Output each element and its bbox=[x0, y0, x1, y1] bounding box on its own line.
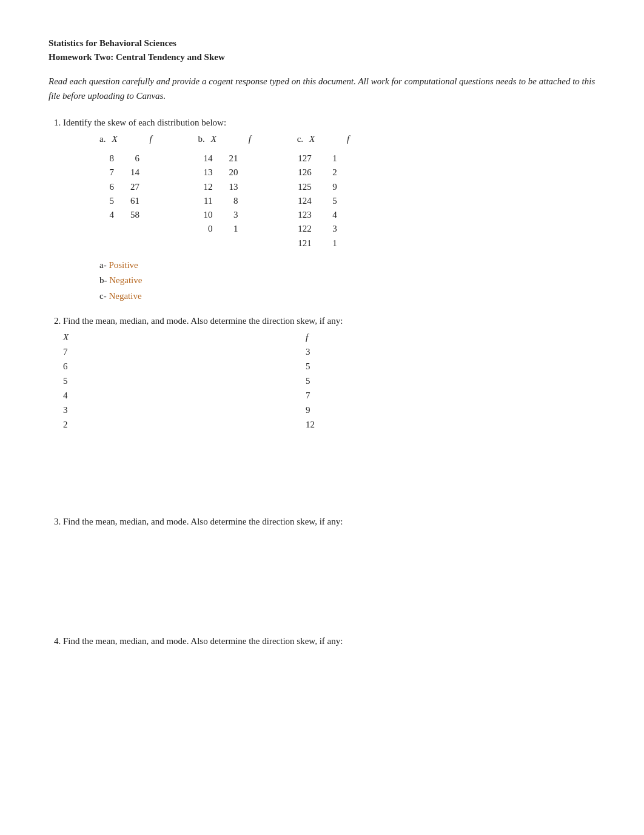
table-b-data: 1421 1320 1213 118 103 01 bbox=[198, 152, 260, 236]
q2-label: Find the mean, median, and mode. Also de… bbox=[63, 316, 595, 326]
q2-f2: 5 bbox=[306, 359, 310, 374]
cell: 7 bbox=[99, 166, 114, 179]
question-3: Find the mean, median, and mode. Also de… bbox=[63, 517, 595, 624]
cell: 122 bbox=[297, 222, 312, 236]
cell: 8 bbox=[223, 194, 238, 208]
table-a-col-x: X bbox=[112, 134, 124, 144]
q2-x3: 5 bbox=[63, 374, 99, 388]
cell: 4 bbox=[323, 208, 337, 222]
q3-label: Find the mean, median, and mode. Also de… bbox=[63, 517, 595, 527]
answer-c: c- Negative bbox=[99, 289, 595, 304]
q2-x6: 2 bbox=[63, 417, 99, 432]
table-c-header: X f bbox=[309, 134, 359, 144]
table-b-col-x: X bbox=[211, 134, 223, 144]
cell: 4 bbox=[99, 208, 114, 222]
q2-header-x: X bbox=[63, 330, 99, 344]
instructions-text: Read each question carefully and provide… bbox=[49, 74, 595, 103]
sub-c-label: c. bbox=[297, 134, 303, 144]
cell: 0 bbox=[198, 222, 212, 236]
cell: 6 bbox=[125, 152, 139, 166]
cell: 20 bbox=[223, 166, 238, 179]
table-b-header: X f bbox=[211, 134, 261, 144]
q2-f6: 12 bbox=[306, 417, 315, 432]
q1-label: Identify the skew of each distribution b… bbox=[63, 118, 595, 128]
table-c-col-x: X bbox=[309, 134, 321, 144]
question-1: Identify the skew of each distribution b… bbox=[63, 118, 595, 304]
cell: 58 bbox=[125, 208, 139, 222]
cell: 123 bbox=[297, 208, 312, 222]
cell: 13 bbox=[223, 180, 238, 194]
cell: 13 bbox=[198, 166, 212, 179]
answer-a-value: Positive bbox=[109, 260, 138, 270]
cell: 6 bbox=[99, 180, 114, 194]
answer-a: a- Positive bbox=[99, 258, 595, 273]
cell: 14 bbox=[198, 152, 212, 166]
q2-data-row-3: 5 5 bbox=[63, 374, 595, 388]
cell: 125 bbox=[297, 180, 312, 194]
sub-b-label: b. bbox=[198, 134, 204, 144]
table-a: a. X f 86 714 627 561 458 bbox=[99, 134, 161, 222]
cell: 9 bbox=[323, 180, 337, 194]
q2-f5: 9 bbox=[306, 403, 310, 417]
table-c-col-f: f bbox=[347, 134, 359, 144]
table-a-data: 86 714 627 561 458 bbox=[99, 152, 161, 222]
table-b: b. X f 1421 1320 1213 118 103 01 bbox=[198, 134, 260, 236]
table-c: c. X f 1271 1262 1259 1245 1234 1223 121… bbox=[297, 134, 359, 250]
q2-x4: 4 bbox=[63, 388, 99, 403]
q2-x5: 3 bbox=[63, 403, 99, 417]
title-line2: Homework Two: Central Tendency and Skew bbox=[49, 50, 595, 64]
table-c-data: 1271 1262 1259 1245 1234 1223 1211 bbox=[297, 152, 359, 250]
table-b-col-f: f bbox=[249, 134, 261, 144]
answer-c-label: c- bbox=[99, 291, 109, 301]
question-4: Find the mean, median, and mode. Also de… bbox=[63, 636, 595, 646]
cell: 5 bbox=[323, 194, 337, 208]
sub-a-label: a. bbox=[99, 134, 106, 144]
cell: 27 bbox=[125, 180, 139, 194]
q2-header-f: f bbox=[306, 330, 308, 344]
cell: 5 bbox=[99, 194, 114, 208]
cell: 11 bbox=[198, 194, 212, 208]
q2-data-row-5: 3 9 bbox=[63, 403, 595, 417]
cell: 21 bbox=[223, 152, 238, 166]
q2-f3: 5 bbox=[306, 374, 310, 388]
table-a-header: X f bbox=[112, 134, 161, 144]
answer-b-label: b- bbox=[99, 275, 109, 285]
q2-data-row-2: 6 5 bbox=[63, 359, 595, 374]
answer-b-value: Negative bbox=[109, 275, 142, 285]
cell: 1 bbox=[323, 236, 337, 250]
cell: 1 bbox=[223, 222, 238, 236]
cell: 121 bbox=[297, 236, 312, 250]
q2-f1: 3 bbox=[306, 344, 310, 359]
question-2: Find the mean, median, and mode. Also de… bbox=[63, 316, 595, 505]
cell: 124 bbox=[297, 194, 312, 208]
answer-b: b- Negative bbox=[99, 273, 595, 289]
title-block: Statistics for Behavioral Sciences Homew… bbox=[49, 36, 595, 64]
cell: 126 bbox=[297, 166, 312, 179]
cell: 14 bbox=[125, 166, 139, 179]
q2-f4: 7 bbox=[306, 388, 310, 403]
q2-data-row-1: 7 3 bbox=[63, 344, 595, 359]
cell: 127 bbox=[297, 152, 312, 166]
cell: 2 bbox=[323, 166, 337, 179]
answer-c-value: Negative bbox=[109, 291, 141, 301]
cell: 61 bbox=[125, 194, 139, 208]
cell: 12 bbox=[198, 180, 212, 194]
q2-header-row: X f bbox=[63, 330, 595, 344]
answer-a-label: a- bbox=[99, 260, 109, 270]
cell: 3 bbox=[323, 222, 337, 236]
q2-x2: 6 bbox=[63, 359, 99, 374]
cell: 3 bbox=[223, 208, 238, 222]
q2-data-row-6: 2 12 bbox=[63, 417, 595, 432]
title-line1: Statistics for Behavioral Sciences bbox=[49, 36, 595, 50]
q2-data-row-4: 4 7 bbox=[63, 388, 595, 403]
cell: 10 bbox=[198, 208, 212, 222]
table-a-col-f: f bbox=[149, 134, 161, 144]
q4-label: Find the mean, median, and mode. Also de… bbox=[63, 636, 595, 646]
cell: 8 bbox=[99, 152, 114, 166]
q2-x1: 7 bbox=[63, 344, 99, 359]
cell: 1 bbox=[323, 152, 337, 166]
q1-answers: a- Positive b- Negative c- Negative bbox=[99, 258, 595, 304]
q2-table: X f 7 3 6 5 5 5 4 7 3 9 bbox=[63, 330, 595, 432]
